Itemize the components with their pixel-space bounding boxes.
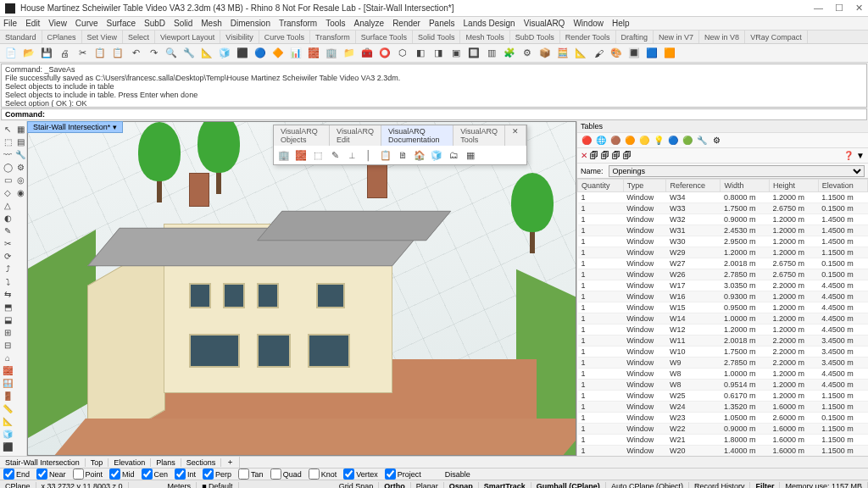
status-planar[interactable]: Planar — [411, 482, 444, 489]
panel-tab-6[interactable]: 🔵 — [667, 135, 679, 147]
table-row[interactable]: 1WindowW272.0018 m2.6750 m0.1500 m — [578, 258, 868, 269]
vp-tab-sections[interactable]: Sections — [181, 458, 222, 467]
ltool-23[interactable]: 📐 — [2, 415, 14, 427]
toolbar-btn-26[interactable]: 🔲 — [466, 46, 481, 61]
toolbar-btn-6[interactable]: 📋 — [110, 46, 125, 61]
toolbar-btn-8[interactable]: ↷ — [146, 46, 161, 61]
toolbar-btn-2[interactable]: 💾 — [39, 46, 54, 61]
ltool-30[interactable]: ◎ — [14, 174, 26, 186]
col-height[interactable]: Height — [770, 180, 819, 192]
panel-tab-9[interactable]: ⚙ — [710, 135, 722, 147]
panel-tab-7[interactable]: 🟢 — [682, 135, 693, 147]
menu-curve[interactable]: Curve — [75, 19, 98, 28]
status-filter[interactable]: Filter — [750, 482, 780, 489]
status-units[interactable]: Meters — [163, 482, 198, 489]
tab-subd-tools[interactable]: SubD Tools — [510, 30, 560, 43]
menu-visualarq[interactable]: VisualARQ — [524, 19, 565, 28]
toolbar-btn-32[interactable]: 📐 — [573, 46, 588, 61]
floating-btn-9[interactable]: 🧊 — [430, 148, 443, 162]
toolbar-btn-37[interactable]: 🟧 — [662, 46, 677, 61]
ltool-14[interactable]: ⬒ — [2, 301, 14, 313]
menu-solid[interactable]: Solid — [174, 19, 192, 28]
status-smarttrack[interactable]: SmartTrack — [479, 482, 531, 489]
ltool-13[interactable]: ⇆ — [2, 288, 14, 300]
toolbar-btn-0[interactable]: 📄 — [3, 46, 19, 61]
ltool-17[interactable]: ⊟ — [2, 339, 14, 351]
ltool-25[interactable]: ⬛ — [2, 441, 14, 452]
menu-subd[interactable]: SubD — [144, 19, 165, 28]
floating-btn-11[interactable]: ▦ — [464, 148, 477, 162]
floating-btn-2[interactable]: ⬚ — [311, 148, 325, 162]
tab-vray-compact[interactable]: VRay Compact — [745, 30, 808, 43]
toolbar-btn-11[interactable]: 📐 — [199, 46, 214, 61]
toolbar-btn-27[interactable]: ▥ — [484, 46, 499, 61]
floating-tab-3[interactable]: VisualARQ Tools — [453, 125, 505, 146]
table-row[interactable]: 1WindowW92.7850 m2.2000 m3.4500 m — [578, 358, 868, 369]
tab-render-tools[interactable]: Render Tools — [560, 30, 616, 43]
col-reference[interactable]: Reference — [666, 180, 721, 192]
floating-tab-0[interactable]: VisualARQ Objects — [274, 125, 330, 146]
status-gumball-cplane-[interactable]: Gumball (CPlane) — [531, 482, 606, 489]
toolbar-btn-18[interactable]: 🏢 — [324, 46, 339, 61]
tab-curve-tools[interactable]: Curve Tools — [259, 30, 310, 43]
panel-btn-0[interactable]: ✕ — [581, 151, 587, 160]
table-row[interactable]: 1WindowW250.6170 m1.2000 m1.1500 m — [578, 391, 868, 402]
ltool-21[interactable]: 🚪 — [2, 390, 14, 402]
table-scroll[interactable]: QuantityTypeReferenceWidthHeightElevatio… — [577, 179, 868, 456]
toolbar-btn-23[interactable]: ◧ — [413, 46, 428, 61]
table-row[interactable]: 1WindowW121.2000 m1.2000 m4.4500 m — [578, 324, 868, 336]
status-layer[interactable]: ■ Default — [197, 482, 238, 489]
floating-btn-10[interactable]: 🗂 — [447, 148, 460, 162]
panel-btn-right-0[interactable]: ❓ — [843, 151, 854, 160]
maximize-button[interactable]: ☐ — [835, 3, 843, 14]
toolbar-btn-3[interactable]: 🖨 — [57, 46, 72, 61]
osnap-near[interactable]: Near — [36, 469, 66, 480]
osnap-end[interactable]: End — [3, 469, 30, 480]
tab-new-in-v7[interactable]: New in V7 — [654, 30, 699, 43]
close-button[interactable]: ✕ — [855, 3, 863, 14]
toolbar-btn-34[interactable]: 🎨 — [609, 46, 624, 61]
status-auto-cplane-object-[interactable]: Auto CPlane (Object) — [606, 482, 689, 489]
panel-btn-right-1[interactable]: ▼ — [856, 151, 865, 160]
toolbar-btn-5[interactable]: 📋 — [92, 46, 108, 61]
menu-help[interactable]: Help — [612, 19, 630, 28]
table-row[interactable]: 1WindowW220.9000 m1.6000 m1.1500 m — [578, 424, 868, 435]
ltool-31[interactable]: ◉ — [14, 186, 26, 198]
menu-view[interactable]: View — [48, 19, 67, 28]
table-row[interactable]: 1WindowW291.2000 m1.2000 m1.1500 m — [578, 247, 868, 258]
menu-tools[interactable]: Tools — [326, 19, 345, 28]
ltool-19[interactable]: 🧱 — [2, 364, 14, 376]
viewport-tab[interactable]: Stair-Wall Intersection* ▾ — [27, 121, 123, 133]
toolbar-btn-33[interactable]: 🖌 — [591, 46, 606, 61]
panel-tab-0[interactable]: 🔴 — [581, 135, 593, 147]
menu-panels[interactable]: Panels — [429, 19, 455, 28]
tab-cplanes[interactable]: CPlanes — [42, 30, 82, 43]
toolbar-btn-29[interactable]: ⚙ — [520, 46, 535, 61]
floating-close-icon[interactable]: ✕ — [505, 125, 526, 146]
tab-drafting[interactable]: Drafting — [616, 30, 654, 43]
ltool-1[interactable]: ⬚ — [2, 136, 14, 147]
ltool-5[interactable]: ◇ — [2, 186, 14, 198]
ltool-26[interactable]: ▦ — [14, 123, 26, 135]
menu-lands design[interactable]: Lands Design — [464, 19, 515, 28]
osnap-cen[interactable]: Cen — [142, 469, 169, 480]
toolbar-btn-1[interactable]: 📂 — [21, 46, 36, 61]
osnap-int[interactable]: Int — [175, 469, 196, 480]
ltool-16[interactable]: ⊞ — [2, 326, 14, 338]
ltool-28[interactable]: 🔧 — [14, 148, 26, 160]
status-osnap[interactable]: Osnap — [444, 482, 479, 489]
panel-btn-3[interactable]: 🗐 — [612, 151, 620, 160]
ltool-9[interactable]: ✂ — [2, 237, 14, 249]
toolbar-btn-15[interactable]: 🔶 — [270, 46, 286, 61]
toolbar-btn-14[interactable]: 🔵 — [253, 46, 268, 61]
osnap-tan[interactable]: Tan — [238, 469, 264, 480]
table-row[interactable]: 1WindowW331.7500 m2.6750 m0.1500 m — [578, 203, 868, 214]
table-row[interactable]: 1WindowW141.0000 m1.2000 m4.4500 m — [578, 313, 868, 324]
table-row[interactable]: 1WindowW160.9300 m1.2000 m4.4500 m — [578, 291, 868, 302]
command-prompt[interactable]: Command: — [1, 108, 867, 120]
table-row[interactable]: 1WindowW340.8000 m1.2000 m1.1500 m — [578, 192, 868, 203]
status-ortho[interactable]: Ortho — [379, 482, 411, 489]
status-cplane[interactable]: CPlane — [0, 482, 36, 489]
toolbar-btn-25[interactable]: ▣ — [448, 46, 464, 61]
floating-btn-8[interactable]: 🏠 — [413, 148, 426, 162]
